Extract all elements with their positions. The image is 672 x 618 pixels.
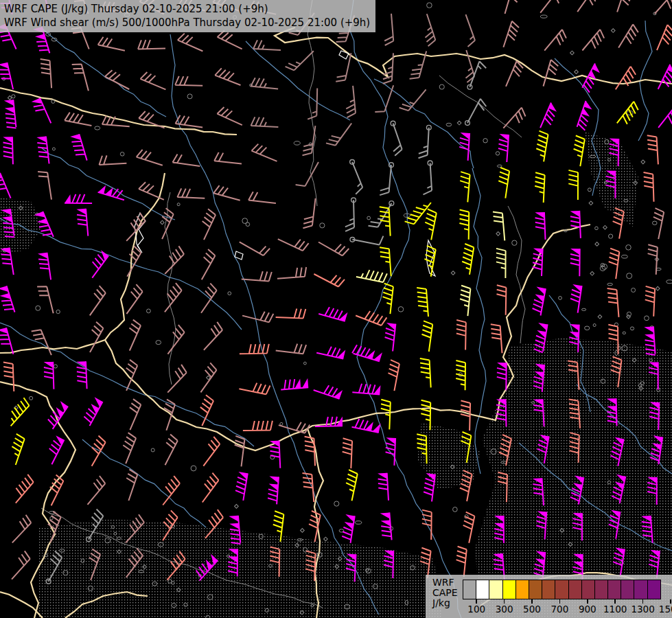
legend-tick-label: 900 [579, 604, 596, 615]
legend-swatch [542, 580, 555, 599]
legend-swatch [568, 580, 582, 599]
legend-swatch [607, 580, 621, 599]
legend-swatch-row [463, 580, 671, 599]
legend-swatch [502, 580, 516, 599]
weather-map-stage: WRF CAPE (J/kg) Thursday 02-10-2025 21:0… [0, 0, 672, 618]
legend-label-line3: J/kg [432, 598, 458, 608]
legend-swatch [463, 580, 476, 599]
legend-swatch [555, 580, 568, 599]
legend-swatch [634, 580, 647, 599]
title-bar: WRF CAPE (J/kg) Thursday 02-10-2025 21:0… [0, 0, 375, 32]
legend-swatch [621, 580, 634, 599]
legend-tick-label: 700 [551, 604, 569, 615]
legend-tick-label: 500 [523, 604, 541, 615]
legend-swatch [581, 580, 595, 599]
legend-swatch [489, 580, 502, 599]
cape-legend: WRF CAPE J/kg 10030050070090011001300150… [426, 575, 672, 618]
legend-tick-label: 100 [467, 604, 485, 615]
legend-tick-label: 300 [496, 604, 513, 615]
legend-scale: 100300500700900110013001500 [463, 580, 671, 615]
map-svg [0, 0, 672, 618]
legend-swatch [529, 580, 542, 599]
legend-swatch [594, 580, 608, 599]
legend-swatch [647, 580, 661, 599]
legend-tick-label: 1100 [603, 604, 627, 615]
legend-label-line2: CAPE [432, 588, 458, 598]
legend-swatch [476, 580, 489, 599]
title-line-cape: WRF CAPE (J/kg) Thursday 02-10-2025 21:0… [4, 2, 370, 16]
legend-label-line1: WRF [432, 577, 458, 588]
title-line-shear: WRF Wind shear (m/s) 500/1000hPa Thursda… [4, 16, 370, 30]
legend-tick-label: 1500 [659, 604, 672, 615]
legend-label: WRF CAPE J/kg [432, 577, 458, 608]
legend-swatch [515, 580, 529, 599]
legend-tick-label: 1300 [631, 604, 654, 615]
